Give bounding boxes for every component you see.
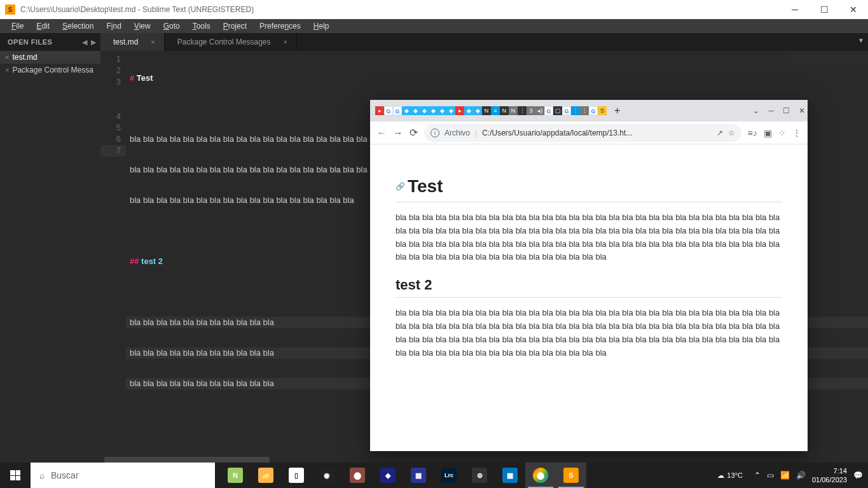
url-scheme: Archivo bbox=[444, 129, 470, 137]
chrome-reload-button[interactable]: ⟳ bbox=[410, 127, 418, 139]
taskbar-app[interactable]: ⬤ bbox=[342, 463, 373, 488]
start-button[interactable] bbox=[0, 463, 31, 488]
editor-tab[interactable]: test.md × bbox=[100, 33, 165, 51]
favicon-icon[interactable]: ▸ bbox=[455, 106, 464, 115]
favicon-google-icon[interactable]: G bbox=[562, 106, 571, 115]
favicon-icon[interactable]: ◆ bbox=[473, 106, 482, 115]
tab-overflow-icon[interactable]: ▼ bbox=[858, 37, 864, 44]
favicon-icon[interactable]: ◆ bbox=[429, 106, 437, 115]
side-panel-icon[interactable]: ▣ bbox=[764, 128, 772, 138]
taskbar-search[interactable]: ⌕ Buscar bbox=[31, 463, 215, 488]
bookmark-icon[interactable]: ☆ bbox=[728, 129, 735, 137]
close-icon[interactable]: × bbox=[5, 66, 9, 74]
close-icon[interactable]: × bbox=[5, 53, 9, 61]
taskbar-app-calculator[interactable]: ▦ bbox=[495, 463, 525, 488]
taskbar-clock[interactable]: 7:14 01/06/2023 bbox=[812, 466, 847, 485]
menu-selection[interactable]: Selection bbox=[56, 20, 100, 32]
window-minimize-button[interactable]: ─ bbox=[780, 0, 809, 19]
favicon-icon[interactable]: ▢ bbox=[553, 106, 562, 115]
sidebar-file-item[interactable]: × Package Control Messa bbox=[0, 64, 100, 76]
tab-title: test.md bbox=[113, 38, 138, 46]
editor-tab[interactable]: Package Control Messages × bbox=[165, 33, 297, 51]
favicon-icon[interactable]: 3 bbox=[527, 106, 535, 115]
sublime-app-icon: S bbox=[5, 4, 15, 15]
sidebar-nav-right-icon[interactable]: ▶ bbox=[89, 38, 98, 46]
chrome-maximize-button[interactable]: ☐ bbox=[783, 106, 790, 115]
weather-icon: ☁ bbox=[717, 471, 724, 480]
favicon-icon[interactable]: ⋮ bbox=[580, 106, 589, 115]
favicon-icon[interactable]: N bbox=[509, 106, 518, 115]
favicon-youtube-icon[interactable]: ▸ bbox=[375, 106, 384, 115]
taskbar-app[interactable]: ⊚ bbox=[464, 463, 495, 488]
menu-find[interactable]: Find bbox=[100, 20, 127, 32]
taskbar-app-obs[interactable]: ◉ bbox=[312, 463, 342, 488]
taskbar-app-lightroom[interactable]: Lrc bbox=[434, 463, 464, 488]
weather-widget[interactable]: ☁ 13°C bbox=[717, 471, 743, 480]
window-close-button[interactable]: ✕ bbox=[839, 0, 868, 19]
notifications-icon[interactable]: 💬 bbox=[853, 471, 863, 480]
menu-edit[interactable]: Edit bbox=[30, 20, 56, 32]
menu-file[interactable]: File bbox=[5, 20, 30, 32]
favicon-icon[interactable]: ◆ bbox=[446, 106, 455, 115]
sidebar-file-item[interactable]: × test.md bbox=[0, 51, 100, 64]
favicon-google-icon[interactable]: G bbox=[589, 106, 598, 115]
volume-icon[interactable]: 🔊 bbox=[796, 471, 806, 480]
favicon-icon[interactable]: N bbox=[500, 106, 509, 115]
chrome-close-button[interactable]: ✕ bbox=[799, 106, 805, 115]
chrome-page-content[interactable]: 🔗Test bla bla bla bla bla bla bla bla bl… bbox=[370, 144, 808, 451]
chrome-menu-icon[interactable]: ⋮ bbox=[792, 128, 801, 138]
chrome-forward-button[interactable]: → bbox=[393, 127, 403, 139]
window-maximize-button[interactable]: ☐ bbox=[809, 0, 839, 19]
favicon-icon[interactable]: ◆ bbox=[411, 106, 420, 115]
favicon-google-icon[interactable]: G bbox=[544, 106, 553, 115]
favicon-icon[interactable]: ◆ bbox=[402, 106, 411, 115]
favicon-google-icon[interactable]: G bbox=[393, 106, 402, 115]
chrome-new-tab-button[interactable]: + bbox=[614, 105, 620, 116]
menu-preferences[interactable]: Preferences bbox=[253, 20, 307, 32]
favicon-icon[interactable]: ⋮ bbox=[571, 106, 580, 115]
sidebar-file-name: Package Control Messa bbox=[12, 66, 93, 74]
taskbar-app-chrome[interactable]: ⬤ bbox=[525, 463, 556, 488]
favicon-icon[interactable]: ⋮ bbox=[518, 106, 527, 115]
chrome-tab-bar: ▸ G G ◆ ◆ ◆ ◆ ◆ ◆ ▸ ◆ ◆ N ≡ N N ⋮ 3 ◂) G… bbox=[370, 100, 808, 122]
battery-icon[interactable]: ▭ bbox=[767, 471, 774, 480]
anchor-link-icon[interactable]: 🔗 bbox=[396, 182, 405, 191]
tab-close-icon[interactable]: × bbox=[284, 38, 287, 46]
reading-list-icon[interactable]: ≡♪ bbox=[748, 128, 757, 138]
window-titlebar: S C:\Users\Usuario\Desktop\test.md - Sub… bbox=[0, 0, 868, 19]
rendered-paragraph: bla bla bla bla bla bla bla bla bla bla … bbox=[396, 211, 782, 264]
taskbar-app[interactable]: ◆ bbox=[373, 463, 403, 488]
favicon-icon[interactable]: ◆ bbox=[420, 106, 429, 115]
minimap[interactable] bbox=[792, 51, 868, 70]
chrome-back-button[interactable]: ← bbox=[376, 127, 387, 139]
tab-close-icon[interactable]: × bbox=[151, 38, 155, 46]
menu-help[interactable]: Help bbox=[307, 20, 336, 32]
favicon-sublime-icon[interactable]: S bbox=[598, 106, 607, 115]
sidebar-nav-left-icon[interactable]: ◀ bbox=[80, 38, 89, 46]
favicon-icon[interactable]: N bbox=[482, 106, 491, 115]
menu-project[interactable]: Project bbox=[217, 20, 253, 32]
site-info-icon[interactable]: i bbox=[431, 129, 439, 137]
chrome-tab-search-icon[interactable]: ⌄ bbox=[753, 106, 759, 115]
menu-tools[interactable]: Tools bbox=[186, 20, 217, 32]
favicon-icon[interactable]: ◆ bbox=[437, 106, 446, 115]
chrome-url-bar[interactable]: i Archivo | C:/Users/Usuario/appdata/loc… bbox=[424, 124, 741, 142]
share-icon[interactable]: ↗ bbox=[717, 129, 723, 137]
favicon-icon[interactable]: ◆ bbox=[464, 106, 473, 115]
favicon-icon[interactable]: ≡ bbox=[491, 106, 500, 115]
favicon-sound-icon[interactable]: ◂) bbox=[535, 106, 544, 115]
line-number: 5 bbox=[100, 122, 126, 134]
chrome-tab-strip[interactable]: ▸ G G ◆ ◆ ◆ ◆ ◆ ◆ ▸ ◆ ◆ N ≡ N N ⋮ 3 ◂) G… bbox=[375, 106, 607, 115]
taskbar-app-explorer[interactable]: 📁 bbox=[251, 463, 281, 488]
taskbar-app-sublime[interactable]: S bbox=[556, 463, 586, 488]
wifi-icon[interactable]: 📶 bbox=[780, 471, 790, 480]
taskbar-app-notepadpp[interactable]: N bbox=[220, 463, 251, 488]
tray-expand-icon[interactable]: ⌃ bbox=[754, 471, 761, 480]
favicon-google-icon[interactable]: G bbox=[384, 106, 393, 115]
taskbar-app[interactable]: ▦ bbox=[403, 463, 434, 488]
taskbar-app-file[interactable]: ▯ bbox=[281, 463, 312, 488]
menu-goto[interactable]: Goto bbox=[157, 20, 186, 32]
chrome-minimize-button[interactable]: ─ bbox=[768, 106, 774, 115]
menu-view[interactable]: View bbox=[128, 20, 157, 32]
extensions-icon[interactable]: ⁘ bbox=[778, 128, 786, 138]
